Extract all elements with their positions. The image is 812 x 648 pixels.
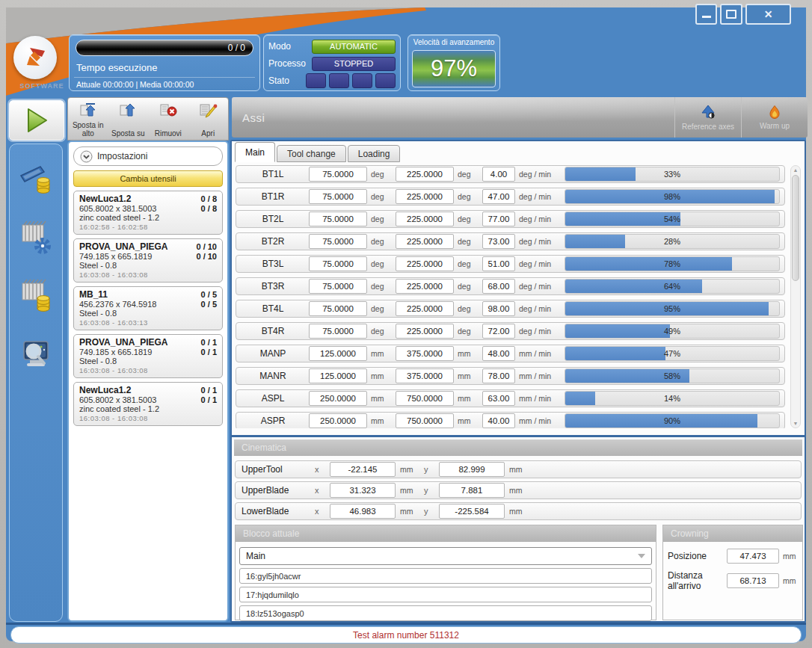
job-card[interactable]: PROVA_UNA_PIEGA 0 / 1 749.185 x 665.1819…: [73, 334, 223, 378]
job-card[interactable]: NewLuca1.2 0 / 1 605.8002 x 381.5003 0 /…: [73, 382, 223, 426]
x-value-input[interactable]: [330, 504, 396, 519]
axis-speed-input[interactable]: [482, 167, 515, 182]
axis-value-1-input[interactable]: [309, 413, 367, 428]
tab-loading[interactable]: Loading: [348, 145, 401, 162]
axis-value-2-input[interactable]: [396, 212, 454, 226]
job-card[interactable]: NewLuca1.2 0 / 8 605.8002 x 381.5003 0 /…: [73, 191, 223, 235]
axis-value-2-input[interactable]: [396, 189, 454, 204]
y-unit: mm: [509, 507, 529, 516]
axis-speed-input[interactable]: [482, 256, 515, 271]
axis-value-2-input[interactable]: [396, 368, 454, 383]
y-coord-label: y: [424, 486, 434, 495]
axis-speed-input[interactable]: [482, 234, 515, 249]
y-value-input[interactable]: [439, 483, 505, 498]
axis-speed-input[interactable]: [482, 346, 515, 361]
scroll-up-arrow-icon[interactable]: ▲: [791, 167, 800, 173]
axis-progress-label: 49%: [565, 324, 779, 338]
axis-value-2-input[interactable]: [396, 391, 454, 406]
settings-expander[interactable]: Impostazioni: [73, 146, 223, 166]
axis-speed-input[interactable]: [482, 368, 515, 383]
axis-value-1-input[interactable]: [309, 234, 367, 249]
axis-value-2-input[interactable]: [396, 413, 454, 428]
move-to-top-button[interactable]: Sposta in alto: [68, 98, 108, 140]
axis-value-1-input[interactable]: [309, 256, 367, 271]
axis-value-1-input[interactable]: [309, 368, 367, 383]
axis-progress-label: 54%: [565, 212, 779, 226]
axis-speed-input[interactable]: [482, 212, 515, 226]
axis-value-1-input[interactable]: [309, 212, 367, 226]
x-value-input[interactable]: [330, 483, 396, 498]
section-divider: [232, 435, 805, 437]
sidebar-item-rack-setup[interactable]: [15, 216, 57, 258]
axis-value-1-input[interactable]: [309, 189, 367, 204]
axis-value-1-input[interactable]: [309, 301, 367, 316]
open-button[interactable]: Apri: [188, 98, 229, 140]
brand-logo: [13, 36, 57, 79]
x-unit: mm: [400, 465, 419, 474]
axis-value-1-input[interactable]: [309, 391, 367, 406]
job-material: zinc coated steel - 1.2: [79, 404, 217, 413]
tab-tool-change[interactable]: Tool change: [277, 145, 346, 162]
block-select[interactable]: Main: [239, 547, 652, 565]
start-button[interactable]: [9, 100, 64, 141]
job-count-b: 0 / 1: [201, 348, 217, 357]
axes-scrollbar[interactable]: ▲ ▼: [790, 165, 801, 428]
sidebar-item-diagnostics[interactable]: [15, 333, 57, 374]
remove-button[interactable]: Rimuovi: [148, 98, 188, 140]
axis-value-2-input[interactable]: [396, 301, 454, 316]
scrollbar-thumb[interactable]: [792, 175, 799, 281]
warm-up-button[interactable]: Warm up: [741, 97, 808, 138]
axis-speed-input[interactable]: [482, 189, 515, 204]
state-label: Stato: [268, 75, 306, 86]
axis-value-1-input[interactable]: [309, 346, 367, 361]
close-icon: ✕: [764, 8, 773, 20]
y-value-input[interactable]: [439, 504, 505, 519]
x-value-input[interactable]: [330, 462, 396, 477]
axis-value-1-input[interactable]: [309, 324, 367, 339]
crowning-value-input[interactable]: [727, 573, 779, 588]
axis-speed-input[interactable]: [482, 301, 515, 316]
block-select-value: Main: [246, 551, 265, 561]
job-card[interactable]: PROVA_UNA_PIEGA 0 / 10 749.185 x 665.181…: [73, 238, 223, 283]
axis-value-2-input[interactable]: [396, 324, 454, 339]
sidebar-item-rack-database[interactable]: [15, 274, 57, 316]
y-value-input[interactable]: [439, 462, 505, 477]
maximize-button[interactable]: [720, 4, 742, 25]
reference-axes-button[interactable]: Reference axes: [674, 97, 741, 138]
crowning-value-input[interactable]: [727, 549, 779, 564]
axis-value-2-input[interactable]: [396, 256, 454, 271]
axis-value-2-input[interactable]: [396, 279, 454, 294]
axis-value-1-input[interactable]: [309, 279, 367, 294]
axis-speed-input[interactable]: [482, 413, 515, 428]
minimize-button[interactable]: [695, 4, 717, 25]
tool-change-button[interactable]: Cambia utensili: [73, 170, 223, 187]
axis-value-2-input[interactable]: [396, 346, 454, 361]
axis-progress-track: 49%: [565, 324, 780, 339]
move-up-button[interactable]: Sposta su: [108, 98, 149, 140]
scroll-down-arrow-icon[interactable]: ▼: [791, 421, 800, 426]
job-card[interactable]: MB_11 0 / 5 456.2376 x 764.5918 0 / 5 St…: [73, 286, 223, 330]
state-indicator-4: [375, 73, 396, 88]
machine-status-panel: Modo AUTOMATIC Processo STOPPED Stato: [263, 34, 401, 91]
tab-main[interactable]: Main: [235, 142, 275, 162]
toolbar-button-label: Apri: [201, 129, 215, 140]
sidebar-item-press-database[interactable]: [15, 158, 57, 200]
axis-value-1-input[interactable]: [309, 167, 367, 182]
axis-speed-input[interactable]: [482, 324, 515, 339]
axis-speed-unit: deg / min: [519, 170, 561, 179]
axis-progress-label: 33%: [565, 167, 779, 181]
state-indicators: [306, 73, 396, 88]
crowning-panel: Crowning Posizione mm Distanza all'arriv…: [662, 525, 803, 620]
crowning-label: Distanza all'arrivo: [668, 570, 723, 591]
axis-value-2-input[interactable]: [396, 167, 454, 182]
axis-speed-input[interactable]: [482, 391, 515, 406]
close-button[interactable]: ✕: [745, 4, 791, 25]
axis-row: BT3R deg deg deg / min 64%: [236, 277, 785, 295]
job-count-a: 0 / 5: [201, 290, 217, 299]
axis-unit-2: deg: [458, 237, 479, 246]
job-count-a: 0 / 10: [196, 242, 217, 251]
axis-speed-input[interactable]: [482, 279, 515, 294]
job-size: 456.2376 x 764.5918: [79, 300, 156, 309]
axis-progress-label: 64%: [565, 280, 779, 293]
axis-value-2-input[interactable]: [396, 234, 454, 249]
